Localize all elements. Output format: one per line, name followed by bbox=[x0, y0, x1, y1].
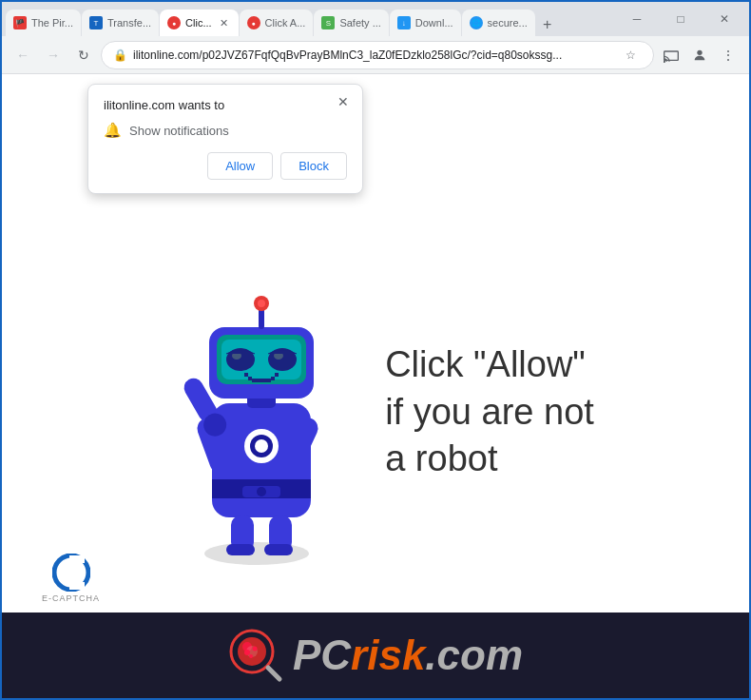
tab-the-pir[interactable]: 🏴 The Pir... bbox=[6, 10, 81, 36]
maximize-button[interactable]: □ bbox=[660, 4, 702, 34]
tab4-label: Click A... bbox=[265, 17, 306, 29]
cast-icon[interactable] bbox=[658, 42, 684, 68]
menu-icon[interactable]: ⋮ bbox=[715, 42, 741, 68]
tab-click-active[interactable]: ● Clic... ✕ bbox=[160, 10, 239, 36]
pcrisk-brand-text: PC risk .com bbox=[293, 632, 523, 679]
chrome-window: 🏴 The Pir... T Transfe... ● Clic... ✕ bbox=[0, 0, 751, 700]
allow-button[interactable]: Allow bbox=[207, 152, 273, 180]
popup-notification-item: 🔔 Show notifications bbox=[104, 122, 347, 139]
tab2-label: Transfe... bbox=[107, 17, 151, 29]
forward-button[interactable]: → bbox=[40, 42, 67, 68]
tab-strip: 🏴 The Pir... T Transfe... ● Clic... ✕ bbox=[6, 2, 614, 36]
tab-transfer[interactable]: T Transfe... bbox=[82, 10, 159, 36]
address-bar[interactable]: 🔒 ilitonline.com/p02JVZ67FqfQqBvPrayBMln… bbox=[101, 41, 654, 69]
svg-point-14 bbox=[257, 487, 266, 496]
svg-rect-17 bbox=[226, 544, 255, 555]
captcha-line2: if you are not bbox=[385, 389, 594, 436]
minimize-button[interactable]: ─ bbox=[616, 4, 658, 34]
pcrisk-footer: PC risk .com bbox=[2, 612, 749, 698]
tab3-close-icon[interactable]: ✕ bbox=[217, 15, 231, 31]
com-text: .com bbox=[425, 632, 523, 679]
captcha-line3: a robot bbox=[385, 436, 594, 482]
tab-click-a[interactable]: ● Click A... bbox=[240, 10, 314, 36]
svg-line-44 bbox=[268, 668, 279, 679]
tab6-label: Downl... bbox=[415, 17, 453, 29]
svg-rect-18 bbox=[264, 544, 293, 555]
tab1-label: The Pir... bbox=[31, 17, 73, 29]
ecaptcha-logo: E-CAPTCHA bbox=[42, 554, 100, 603]
bell-icon: 🔔 bbox=[104, 122, 122, 139]
block-button[interactable]: Block bbox=[280, 152, 347, 180]
svg-point-45 bbox=[244, 650, 250, 655]
close-button[interactable]: ✕ bbox=[703, 4, 745, 34]
svg-rect-38 bbox=[69, 555, 85, 563]
tab-safety[interactable]: S Safety ... bbox=[314, 10, 388, 36]
profile-icon[interactable] bbox=[686, 42, 713, 68]
svg-point-2 bbox=[697, 49, 702, 54]
notification-popup: ✕ ilitonline.com wants to 🔔 Show notific… bbox=[87, 84, 363, 194]
new-tab-button[interactable]: + bbox=[536, 13, 559, 36]
svg-point-34 bbox=[258, 300, 265, 307]
svg-rect-30 bbox=[271, 377, 275, 380]
popup-close-icon[interactable]: ✕ bbox=[334, 92, 353, 111]
svg-point-46 bbox=[252, 647, 257, 651]
popup-buttons: Allow Block bbox=[104, 152, 347, 180]
tab-secure[interactable]: 🌐 secure... bbox=[462, 10, 535, 36]
svg-point-3 bbox=[204, 542, 309, 565]
pc-text: PC bbox=[293, 632, 351, 679]
svg-rect-28 bbox=[248, 377, 252, 380]
svg-point-12 bbox=[255, 439, 268, 453]
tab7-label: secure... bbox=[488, 17, 528, 29]
svg-rect-27 bbox=[244, 373, 248, 377]
window-controls: ─ □ ✕ bbox=[616, 4, 745, 34]
url-text: ilitonline.com/p02JVZ67FqfQqBvPrayBMlnC3… bbox=[133, 49, 613, 62]
navigation-bar: ← → ↻ 🔒 ilitonline.com/p02JVZ67FqfQqBvPr… bbox=[2, 36, 749, 74]
pcrisk-logo-icon bbox=[228, 628, 283, 683]
title-bar: 🏴 The Pir... T Transfe... ● Clic... ✕ bbox=[2, 2, 749, 36]
page-content: ✕ ilitonline.com wants to 🔔 Show notific… bbox=[2, 74, 749, 698]
tab3-label: Clic... bbox=[185, 17, 212, 29]
refresh-button[interactable]: ↻ bbox=[70, 42, 97, 68]
svg-point-47 bbox=[249, 654, 253, 658]
ecaptcha-label: E-CAPTCHA bbox=[42, 593, 100, 603]
lock-icon: 🔒 bbox=[113, 49, 127, 62]
popup-title: ilitonline.com wants to bbox=[104, 98, 347, 112]
tab5-label: Safety ... bbox=[339, 17, 380, 29]
risk-text: risk bbox=[351, 632, 425, 679]
popup-item-label: Show notifications bbox=[129, 124, 229, 138]
robot-illustration bbox=[157, 251, 366, 574]
captcha-line1: Click "Allow" bbox=[385, 341, 594, 388]
svg-rect-39 bbox=[69, 582, 85, 590]
back-button[interactable]: ← bbox=[10, 42, 36, 68]
svg-rect-29 bbox=[252, 379, 271, 382]
ecaptcha-c-icon bbox=[52, 554, 90, 592]
bookmark-icon[interactable]: ☆ bbox=[619, 44, 642, 67]
svg-rect-31 bbox=[275, 373, 279, 377]
captcha-text: Click "Allow" if you are not a robot bbox=[385, 341, 594, 482]
tab-download[interactable]: ↓ Downl... bbox=[390, 10, 461, 36]
